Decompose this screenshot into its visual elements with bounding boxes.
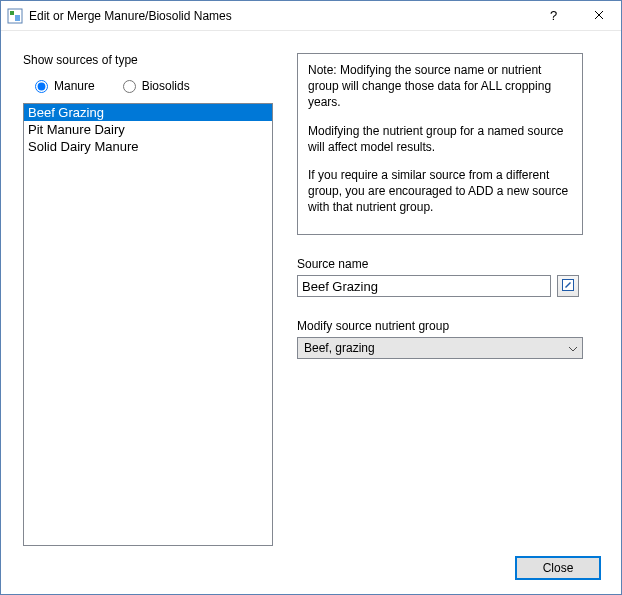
note-paragraph: Note: Modifying the source name or nutri… <box>308 62 572 111</box>
dialog-window: Edit or Merge Manure/Biosolid Names ? Sh… <box>0 0 622 595</box>
radio-biosolids-input[interactable] <box>123 80 136 93</box>
edit-icon <box>561 278 575 295</box>
modify-group-label: Modify source nutrient group <box>297 319 601 333</box>
dialog-body: Show sources of type Manure Biosolids Be… <box>1 31 621 594</box>
list-item[interactable]: Solid Dairy Manure <box>24 138 272 155</box>
close-button[interactable]: Close <box>515 556 601 580</box>
svg-rect-1 <box>10 11 14 15</box>
note-paragraph: If you require a similar source from a d… <box>308 167 572 216</box>
source-type-label: Show sources of type <box>23 53 273 67</box>
source-name-label: Source name <box>297 257 601 271</box>
list-item[interactable]: Pit Manure Dairy <box>24 121 272 138</box>
radio-biosolids-label: Biosolids <box>142 79 190 93</box>
svg-rect-2 <box>15 15 20 21</box>
help-icon: ? <box>550 8 557 23</box>
dialog-footer: Close <box>23 546 601 580</box>
help-button[interactable]: ? <box>531 1 576 31</box>
source-type-radios: Manure Biosolids <box>35 79 273 93</box>
nutrient-group-value: Beef, grazing <box>297 337 583 359</box>
window-close-button[interactable] <box>576 1 621 31</box>
titlebar: Edit or Merge Manure/Biosolid Names ? <box>1 1 621 31</box>
edit-source-name-button[interactable] <box>557 275 579 297</box>
note-paragraph: Modifying the nutrient group for a named… <box>308 123 572 155</box>
close-icon <box>594 9 604 23</box>
radio-manure-input[interactable] <box>35 80 48 93</box>
left-panel: Show sources of type Manure Biosolids Be… <box>23 53 273 546</box>
list-item[interactable]: Beef Grazing <box>24 104 272 121</box>
radio-manure-label: Manure <box>54 79 95 93</box>
right-panel: Note: Modifying the source name or nutri… <box>297 53 601 546</box>
source-name-row <box>297 275 601 297</box>
app-icon <box>7 8 23 24</box>
note-box: Note: Modifying the source name or nutri… <box>297 53 583 235</box>
nutrient-group-select[interactable]: Beef, grazing <box>297 337 583 359</box>
window-title: Edit or Merge Manure/Biosolid Names <box>29 9 531 23</box>
source-listbox[interactable]: Beef Grazing Pit Manure Dairy Solid Dair… <box>23 103 273 546</box>
source-name-input[interactable] <box>297 275 551 297</box>
columns: Show sources of type Manure Biosolids Be… <box>23 53 601 546</box>
radio-manure[interactable]: Manure <box>35 79 95 93</box>
radio-biosolids[interactable]: Biosolids <box>123 79 190 93</box>
